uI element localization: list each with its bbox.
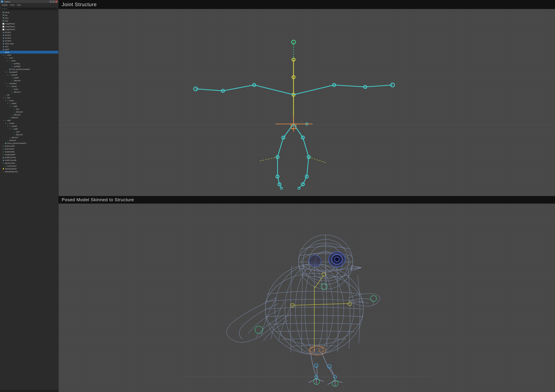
tree-expand-icon[interactable]: ▾	[4, 57, 7, 59]
tree-item[interactable]: ◇tail	[0, 93, 58, 96]
tree-expand-icon[interactable]: ▾	[2, 97, 4, 99]
tree-item-label: defaultLightSet	[5, 168, 58, 170]
tree-item[interactable]: ◯pelvisControl	[0, 162, 58, 164]
tree-item[interactable]: ▾◇shoulderR	[0, 71, 58, 73]
tree-item[interactable]: ◯wingHandleL	[0, 150, 58, 153]
tree-item[interactable]: 🔗neck_parentConstraint1	[0, 68, 58, 71]
tree-item[interactable]: ⬜imagePlane3	[0, 28, 58, 31]
tree-item[interactable]: ◇effector1	[0, 116, 58, 119]
tree-item[interactable]: ▾◇kneeL	[0, 99, 58, 102]
tree-item[interactable]: ◇effector6	[0, 110, 58, 113]
menu-show[interactable]: Show	[9, 4, 16, 6]
tree-item[interactable]: 📷top	[0, 14, 58, 17]
tree-item[interactable]: ◇toeR	[0, 130, 58, 133]
tree-item[interactable]: ◯wingHandleR	[0, 153, 58, 156]
tree-expand-icon[interactable]: ▾	[9, 128, 11, 130]
horizontal-scrollbar[interactable]	[0, 390, 58, 392]
tree-item[interactable]: 💡defaultLightSet	[0, 167, 58, 170]
icon-control: ◯	[2, 153, 4, 156]
icon-imageplane: ⬜	[2, 28, 4, 30]
tree-item[interactable]: ▾◇pelvis	[0, 51, 58, 54]
tree-item[interactable]: ▾◇hipL	[0, 96, 58, 99]
tree-item[interactable]: ▾◇ballL	[0, 105, 58, 108]
tree-item-label: pelvisControl	[5, 162, 58, 164]
tree-item[interactable]: ▣eyeL	[0, 45, 58, 48]
tree-item-label: neckControl	[7, 165, 58, 167]
tree-item-label: pCube2	[5, 34, 58, 36]
tree-item[interactable]: ◇effector7	[0, 136, 58, 139]
tree-item-label: effector3	[14, 91, 58, 93]
icon-joint: ◇	[11, 88, 13, 90]
tree-item[interactable]: ◯footControlL	[0, 148, 58, 150]
tree-item[interactable]: ▣pCube3	[0, 36, 58, 39]
tree-expand-icon[interactable]: ▾	[2, 54, 4, 56]
tree-item[interactable]: 📷side	[0, 19, 58, 22]
tree-expand-icon[interactable]: ▾	[0, 51, 2, 53]
tree-item[interactable]: ▾◇ballR	[0, 128, 58, 130]
tree-item[interactable]: ▾◇neck	[0, 57, 58, 59]
tree-item[interactable]: ▾◇ankleR	[0, 125, 58, 128]
tree-item[interactable]: 📷persp	[0, 11, 58, 14]
tree-item-label: front	[5, 17, 58, 19]
tree-item[interactable]: ○defaultObjectSet	[0, 170, 58, 173]
tree-item[interactable]: ◇effector5	[0, 113, 58, 116]
tree-item[interactable]: ▣footIKControlL	[0, 156, 58, 159]
tree-item[interactable]: ▾◇elbowR	[0, 73, 58, 76]
tree-item[interactable]: ▣footIKControlR	[0, 159, 58, 162]
icon-joint: ◇	[7, 100, 9, 102]
tree-expand-icon[interactable]: ▾	[4, 100, 7, 101]
menu-display[interactable]: Display	[1, 4, 9, 6]
tree-item[interactable]: ▣chick_body	[0, 42, 58, 45]
tree-item[interactable]: ◇effector8	[0, 133, 58, 136]
tree-item[interactable]: 📷front	[0, 17, 58, 19]
tree-expand-icon[interactable]: ▾	[7, 86, 9, 87]
tree-expand-icon[interactable]: ▾	[7, 103, 9, 104]
icon-joint: ◇	[9, 116, 11, 119]
tree-item-label: imagePlane2	[5, 26, 58, 28]
tree-item[interactable]: ▾◇elbowL	[0, 85, 58, 88]
tree-item-label: pelvis_parentConstraint1	[7, 142, 58, 144]
tree-item[interactable]: ◇wristR	[0, 76, 58, 79]
tree-item[interactable]: ▾◇ankleL	[0, 102, 58, 105]
tree-item[interactable]: ▣pCube4	[0, 39, 58, 42]
minimize-button[interactable]: ─	[50, 1, 52, 3]
tree-item[interactable]: ◇eyeRigR	[0, 65, 58, 68]
tree-item[interactable]: ◇wristL	[0, 88, 58, 91]
icon-joint: ◇	[11, 77, 13, 79]
tree-item[interactable]: ◇effector4	[0, 79, 58, 82]
tree-expand-icon[interactable]: ▾	[4, 122, 7, 124]
tree-item[interactable]: ◯neckControl	[0, 164, 58, 167]
tree-item[interactable]: ◇toeL	[0, 108, 58, 110]
tree-item-label: wingHandleR	[5, 154, 58, 156]
close-button[interactable]: ✕	[55, 1, 58, 3]
maximize-button[interactable]: □	[52, 1, 55, 3]
tree-item[interactable]: ▾◇hipR	[0, 119, 58, 122]
tree-item[interactable]: ▣pCube2	[0, 34, 58, 36]
tree-item[interactable]: ◇eyeRigL	[0, 62, 58, 65]
svg-line-33	[292, 304, 350, 305]
search-input[interactable]	[1, 7, 58, 10]
menu-help[interactable]: Help	[16, 4, 22, 6]
tree-item[interactable]: 🔗pelvis_parentConstraint1	[0, 142, 58, 145]
tree-expand-icon[interactable]: ▾	[7, 74, 9, 76]
tree-item[interactable]: ⬜imagePlane1	[0, 22, 58, 25]
tree-expand-icon[interactable]: ▾	[4, 71, 7, 73]
tree-item[interactable]: ▾◇chest	[0, 54, 58, 57]
tree-item[interactable]: ▣pCube1	[0, 31, 58, 34]
tree-item[interactable]: ▾◇shoulderL	[0, 82, 58, 85]
tree-item[interactable]: ◇effector3	[0, 91, 58, 93]
tree-item[interactable]: ◯footControlR	[0, 145, 58, 148]
tree-item[interactable]: ▣eyeR	[0, 48, 58, 51]
tree-item[interactable]: ▾◇kneeR	[0, 122, 58, 125]
outliner-list[interactable]: 📷persp📷top📷front📷side⬜imagePlane1⬜imageP…	[0, 11, 58, 390]
tree-expand-icon[interactable]: ▾	[4, 83, 7, 84]
tree-expand-icon[interactable]: ▾	[7, 125, 9, 127]
tree-item[interactable]: ▾◇head	[0, 59, 58, 62]
tree-expand-icon[interactable]: ▾	[2, 120, 4, 121]
tree-expand-icon[interactable]: ▾	[9, 106, 11, 107]
tree-item[interactable]: ⬜imagePlane2	[0, 25, 58, 28]
tree-item[interactable]: ◇effector2	[0, 139, 58, 142]
tree-expand-icon[interactable]: ▾	[7, 60, 9, 62]
tree-item-label: top	[5, 14, 58, 16]
svg-line-5	[260, 157, 278, 161]
